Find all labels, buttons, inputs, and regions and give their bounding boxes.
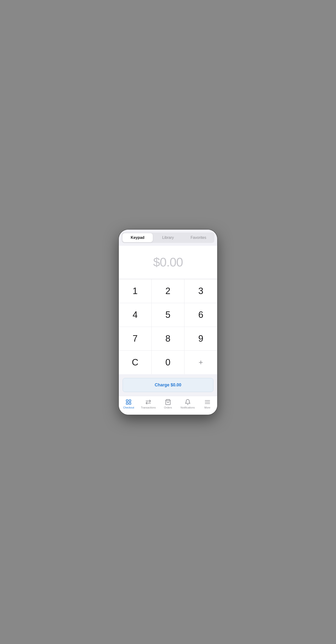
phone-frame: Keypad Library Favorites $0.00 1 2 3 4 5… — [119, 230, 217, 415]
nav-item-orders[interactable]: Orders — [158, 398, 178, 410]
keypad-grid: 1 2 3 4 5 6 7 8 9 C 0 + — [119, 279, 217, 374]
nav-label-more: More — [204, 406, 210, 409]
key-7[interactable]: 7 — [119, 327, 152, 350]
key-9[interactable]: 9 — [184, 327, 217, 350]
key-2[interactable]: 2 — [152, 279, 184, 303]
svg-rect-1 — [129, 400, 131, 402]
orders-icon — [165, 399, 171, 405]
svg-rect-0 — [126, 400, 128, 402]
amount-display: $0.00 — [119, 246, 217, 279]
svg-rect-2 — [126, 402, 128, 404]
nav-label-checkout: Checkout — [123, 406, 134, 409]
nav-label-transactions: Transactions — [141, 406, 156, 409]
tab-selector: Keypad Library Favorites — [122, 232, 214, 243]
tab-library[interactable]: Library — [153, 233, 183, 242]
key-3[interactable]: 3 — [184, 279, 217, 303]
nav-item-checkout[interactable]: Checkout — [119, 398, 139, 410]
tab-keypad[interactable]: Keypad — [122, 233, 153, 242]
tab-selector-wrapper: Keypad Library Favorites — [119, 230, 217, 246]
more-icon — [204, 399, 210, 405]
charge-section: Charge $0.00 — [119, 374, 217, 396]
key-4[interactable]: 4 — [119, 303, 152, 327]
svg-rect-3 — [129, 402, 131, 404]
bottom-nav: Checkout Transactions — [119, 396, 217, 415]
key-0[interactable]: 0 — [152, 350, 184, 374]
nav-item-notifications[interactable]: Notifications — [178, 398, 197, 410]
charge-button[interactable]: Charge $0.00 — [123, 378, 213, 392]
key-6[interactable]: 6 — [184, 303, 217, 327]
key-5[interactable]: 5 — [152, 303, 184, 327]
notifications-icon — [185, 399, 191, 405]
nav-item-transactions[interactable]: Transactions — [139, 398, 158, 410]
nav-label-orders: Orders — [164, 406, 172, 409]
nav-label-notifications: Notifications — [180, 406, 195, 409]
key-clear[interactable]: C — [119, 350, 152, 374]
nav-item-more[interactable]: More — [197, 398, 217, 410]
key-8[interactable]: 8 — [152, 327, 184, 350]
key-1[interactable]: 1 — [119, 279, 152, 303]
amount-value: $0.00 — [153, 255, 183, 269]
transactions-icon — [145, 399, 151, 405]
checkout-icon — [126, 399, 132, 405]
key-plus[interactable]: + — [184, 350, 217, 374]
tab-favorites[interactable]: Favorites — [183, 233, 214, 242]
